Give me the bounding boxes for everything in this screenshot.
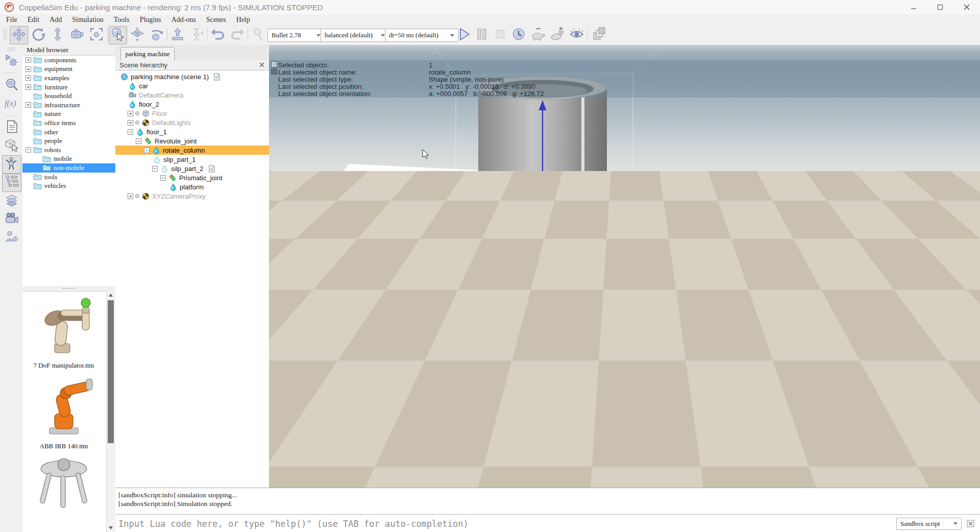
calculation-modules-button[interactable]: f(x) (2, 95, 21, 113)
fit-to-view-button[interactable] (87, 26, 106, 44)
tree-row-floor2[interactable]: floor_2 (115, 100, 269, 109)
tree-row-xyzcameraproxy[interactable]: XYZCameraProxy (115, 191, 269, 201)
tree-row-platform[interactable]: platform (115, 182, 269, 191)
model-folder-furniture[interactable]: furniture (22, 83, 115, 92)
tree-row-defaultcamera[interactable]: DefaultCamera (115, 90, 269, 100)
script-icon[interactable] (208, 165, 215, 173)
model-folder-office-items[interactable]: office items (22, 118, 115, 128)
visualization-toggle-button[interactable] (568, 26, 586, 44)
scroll-down-button[interactable] (107, 524, 115, 532)
redo-button[interactable] (228, 26, 247, 44)
toolbar-grip[interactable] (3, 29, 7, 40)
scripts-button[interactable] (2, 118, 21, 137)
menu-simulation[interactable]: Simulation (67, 14, 108, 25)
start-simulation-button[interactable] (454, 26, 473, 44)
script-selector[interactable]: Sandbox script (896, 518, 962, 530)
3d-viewport[interactable]: EDU z y x - Selected objects:1 (269, 45, 980, 488)
menu-scenes[interactable]: Scenes (201, 14, 231, 25)
real-time-toggle-button[interactable] (509, 26, 528, 44)
model-folder-components[interactable]: components (22, 56, 115, 65)
stop-simulation-button[interactable] (491, 26, 509, 44)
physics-engine-selector[interactable]: Bullet 2.78 (267, 29, 325, 42)
menu-edit[interactable]: Edit (22, 14, 44, 25)
expand-toggle[interactable] (26, 57, 31, 63)
model-folder-examples[interactable]: examples (22, 74, 115, 83)
menu-addons[interactable]: Add-ons (166, 14, 201, 25)
user-settings-button[interactable] (2, 229, 21, 247)
overlay-minimize-icon[interactable]: - (271, 61, 277, 67)
select-button[interactable] (109, 26, 127, 44)
model-folder-household[interactable]: household (22, 91, 115, 101)
menu-help[interactable]: Help (231, 14, 255, 25)
pick-button[interactable] (249, 26, 267, 44)
close-button[interactable] (953, 0, 980, 14)
tree-row-car[interactable]: car (115, 81, 269, 90)
model-folder-nature[interactable]: nature (22, 110, 115, 119)
expand-toggle[interactable] (128, 120, 133, 126)
tree-row-revolute-joint[interactable]: Revolute_joint (115, 136, 269, 146)
layers-button[interactable] (2, 192, 21, 210)
model-folder-tools[interactable]: tools (22, 173, 115, 182)
menu-plugins[interactable]: Plugins (135, 14, 166, 25)
expand-toggle[interactable] (26, 102, 31, 108)
tree-row-defaultlights[interactable]: DefaultLights (115, 118, 269, 127)
model-folder-other[interactable]: other (22, 128, 115, 137)
expand-toggle[interactable] (128, 194, 133, 199)
tree-row-floor[interactable]: Floor (115, 109, 269, 118)
script-icon[interactable] (213, 73, 220, 81)
expand-toggle[interactable] (26, 75, 31, 81)
expand-toggle[interactable] (26, 66, 31, 72)
object-shift-button[interactable] (128, 26, 146, 44)
model-folder-people[interactable]: people (22, 136, 115, 146)
collapse-toggle[interactable] (136, 138, 141, 144)
model-folder-robots[interactable]: robots (22, 146, 115, 155)
shape-edit-button[interactable] (2, 137, 21, 155)
panel-splitter[interactable] (22, 286, 115, 291)
timestep-selector[interactable]: dt=50 ms (default) (385, 29, 458, 42)
collapse-toggle[interactable] (144, 148, 150, 153)
maximize-button[interactable] (927, 0, 953, 14)
camera-pan-button[interactable] (10, 26, 28, 44)
model-folder-equipment[interactable]: equipment (22, 65, 115, 74)
expand-toggle[interactable] (26, 147, 31, 153)
collapse-toggle[interactable] (160, 175, 166, 181)
object-rotate-button[interactable] (148, 26, 166, 44)
camera-zoom-button[interactable] (48, 26, 67, 44)
expand-toggle[interactable] (128, 111, 133, 116)
scene-hierarchy-toggle-button[interactable] (2, 174, 21, 192)
simulation-settings-button[interactable] (2, 52, 21, 70)
page-selector-button[interactable] (590, 26, 608, 44)
menu-tools[interactable]: Tools (109, 14, 135, 25)
simulation-speed-selector[interactable]: balanced (default) (321, 29, 389, 42)
scrollbar-thumb[interactable] (108, 300, 114, 443)
scroll-up-button[interactable] (107, 291, 115, 299)
console-close-button[interactable] (966, 519, 975, 528)
tree-row-prismatic-joint[interactable]: Prismatic_joint (115, 173, 269, 182)
expand-toggle[interactable] (26, 84, 31, 90)
undo-button[interactable] (209, 26, 227, 44)
model-folder-vehicles[interactable]: vehicles (22, 181, 115, 190)
faster-button[interactable] (548, 26, 567, 44)
camera-angle-button[interactable] (68, 26, 86, 44)
tab-parking-machine[interactable]: parking machine (120, 47, 175, 61)
tree-row-scene[interactable]: parking machine (scene 1) (115, 72, 269, 81)
minimize-button[interactable] (900, 0, 927, 14)
left-toolbar-grip[interactable] (7, 47, 15, 51)
model-folder-infrastructure[interactable]: infrastructure (22, 101, 115, 110)
tree-row-silp-part-2[interactable]: silp_part_2 (115, 164, 269, 173)
transfer-dna-button[interactable] (188, 26, 206, 44)
model-thumbnail-delta[interactable] (26, 453, 102, 512)
tree-row-rotate-column[interactable]: rotate_column (115, 146, 269, 155)
tree-row-floor1[interactable]: floor_1 (115, 127, 269, 136)
object-properties-button[interactable] (2, 77, 21, 95)
tree-row-slip-part-1[interactable]: slip_part_1 (115, 155, 269, 164)
assemble-button[interactable] (168, 26, 187, 44)
collapse-toggle[interactable] (128, 129, 133, 135)
slower-button[interactable] (529, 26, 547, 44)
close-hierarchy-icon[interactable] (258, 61, 265, 68)
video-recorder-button[interactable] (2, 210, 21, 229)
menu-add[interactable]: Add (44, 14, 67, 25)
pause-simulation-button[interactable] (473, 26, 491, 44)
menu-file[interactable]: File (1, 14, 22, 25)
camera-rotate-button[interactable] (29, 26, 47, 44)
